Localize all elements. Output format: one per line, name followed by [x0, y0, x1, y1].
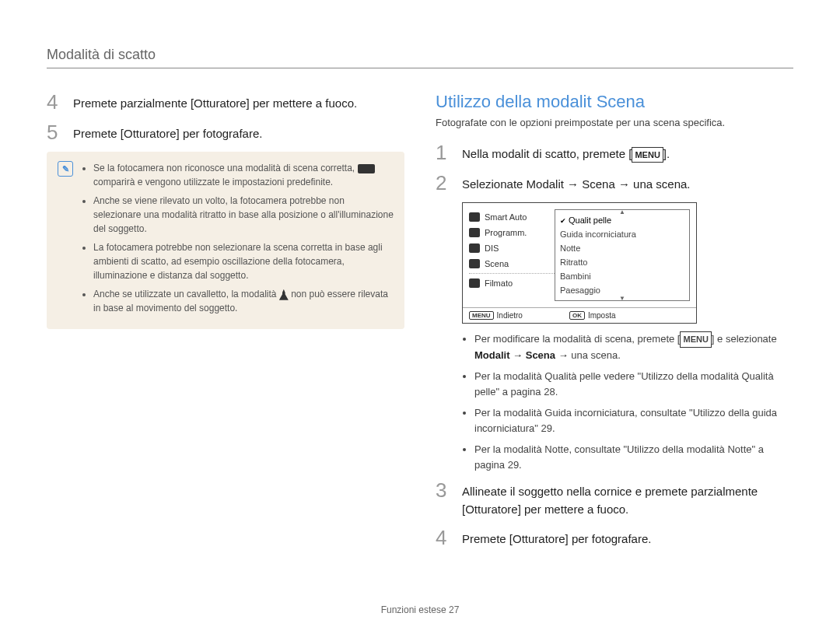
check-icon: ✔ [560, 217, 566, 225]
chevron-down-icon: ▼ [619, 295, 625, 302]
step-2-right: 2 Selezionate Modalit → Scena → una scen… [436, 173, 793, 194]
lcd-ok: OK Imposta [569, 311, 616, 320]
step-3-right: 3 Allineate il soggetto nella cornice e … [436, 480, 793, 518]
smart-icon [358, 164, 375, 173]
lcd-scene-row: Ritratto [560, 255, 684, 269]
step-number: 1 [436, 142, 453, 163]
note-item: Anche se utilizzate un cavalletto, la mo… [93, 287, 394, 315]
bullet-item: Per modificare la modalità di scena, pre… [474, 331, 793, 363]
section-header: Modalità di scatto [47, 47, 793, 68]
step-number: 4 [436, 527, 453, 548]
footer-label: Funzioni estese [381, 604, 446, 615]
menu-badge: MENU [680, 331, 711, 348]
section-intro: Fotografate con le opzioni preimpostate … [436, 117, 793, 128]
columns: 4 Premete parzialmente [Otturatore] per … [47, 92, 793, 558]
mode-icon [469, 278, 480, 288]
section-title: Utilizzo della modalit Scena [436, 92, 793, 112]
bullet-item: Per la modalità Notte, consultate "Utili… [474, 442, 793, 472]
note-box: ✎ Se la fotocamera non riconosce una mod… [47, 152, 404, 329]
step-1-right: 1 Nella modalit di scatto, premete [MENU… [436, 142, 793, 163]
lcd-mode-row: Filmato [469, 275, 555, 291]
step-text: Premete [Otturatore] per fotografare. [462, 527, 651, 548]
step-text: Nella modalit di scatto, premete [MENU]. [462, 142, 670, 163]
step-5-left: 5 Premete [Otturatore] per fotografare. [47, 122, 404, 143]
sub-bullets: Per modificare la modalità di scena, pre… [462, 331, 793, 472]
lcd-scene-row: Bambini [560, 269, 684, 283]
lcd-mode-row: Scena [469, 256, 555, 271]
step-text: Allineate il soggetto nella cornice e pr… [462, 480, 793, 518]
step-number: 2 [436, 173, 453, 194]
lcd-body: Smart Auto Programm. DIS Scena Filmato ▲… [463, 203, 696, 307]
step-number: 5 [47, 122, 64, 143]
page: Modalità di scatto 4 Premete parzialment… [0, 0, 840, 634]
lcd-mode-row: DIS [469, 240, 555, 256]
step-text: Premete [Otturatore] per fotografare. [73, 122, 262, 143]
note-item: Se la fotocamera non riconosce una modal… [93, 161, 394, 189]
page-footer: Funzioni estese 27 [0, 604, 840, 615]
step-text: Premete parzialmente [Otturatore] per me… [73, 92, 357, 113]
right-column: Utilizzo della modalit Scena Fotografate… [436, 92, 793, 558]
ok-badge: OK [569, 311, 585, 320]
step-4-right: 4 Premete [Otturatore] per fotografare. [436, 527, 793, 548]
lcd-scene-row: Notte [560, 241, 684, 255]
step-number: 3 [436, 480, 453, 518]
lcd-left-menu: Smart Auto Programm. DIS Scena Filmato [469, 209, 555, 301]
lcd-mode-row: Programm. [469, 225, 555, 240]
chevron-up-icon: ▲ [619, 208, 625, 215]
lcd-screen: Smart Auto Programm. DIS Scena Filmato ▲… [462, 202, 697, 324]
step-text: Selezionate Modalit → Scena → una scena. [462, 173, 691, 194]
menu-badge: MENU [632, 147, 663, 163]
lcd-footer: MENU Indietro OK Imposta [463, 307, 696, 323]
bullet-item: Per la modalità Qualità pelle vedere "Ut… [474, 369, 793, 399]
note-item: Anche se viene rilevato un volto, la fot… [93, 194, 394, 236]
lcd-mode-row: Smart Auto [469, 209, 555, 225]
note-item: La fotocamera potrebbe non selezionare l… [93, 240, 394, 282]
step-number: 4 [47, 92, 64, 113]
note-icon: ✎ [58, 161, 73, 177]
bullet-item: Per la modalità Guida incorniciatura, co… [474, 405, 793, 436]
page-number: 27 [449, 604, 459, 615]
lcd-scene-row: Guida incorniciatura [560, 227, 684, 241]
step-4-left: 4 Premete parzialmente [Otturatore] per … [47, 92, 404, 113]
menu-badge: MENU [469, 311, 494, 320]
mode-icon [469, 212, 480, 222]
mode-icon [469, 243, 480, 253]
person-icon [279, 289, 289, 300]
note-list: Se la fotocamera non riconosce una modal… [81, 161, 394, 320]
lcd-right-menu: ▲ ✔Qualit pelle Guida incorniciatura Not… [555, 209, 690, 301]
mode-icon [469, 228, 480, 237]
mode-icon [469, 259, 480, 268]
lcd-back: MENU Indietro [469, 311, 523, 320]
lcd-separator [469, 273, 555, 274]
left-column: 4 Premete parzialmente [Otturatore] per … [47, 92, 404, 558]
